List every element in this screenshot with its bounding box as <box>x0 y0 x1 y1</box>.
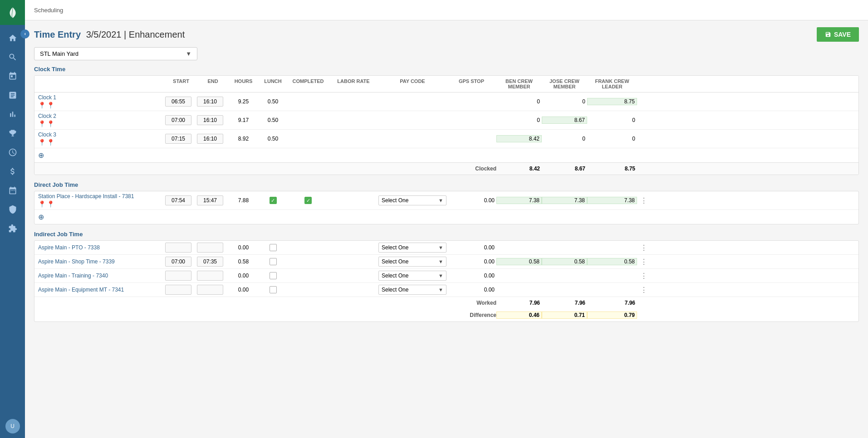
clock-time-header: START END HOURS LUNCH COMPLETED LABOR RA… <box>34 76 858 92</box>
save-button[interactable]: SAVE <box>817 27 859 42</box>
sidebar-item-badge[interactable] <box>0 201 25 218</box>
table-row: Aspire Main - Equipment MT - 7341 0.00 S… <box>34 283 858 297</box>
avatar[interactable]: U <box>5 419 20 433</box>
training-end-cell[interactable] <box>197 271 229 281</box>
shop-pay-code-cell[interactable]: Select One ▼ <box>378 257 446 267</box>
yard-dropdown[interactable]: STL Main Yard ▼ <box>34 47 197 60</box>
shop-end-input[interactable] <box>197 257 223 267</box>
equipment-pay-code-cell[interactable]: Select One ▼ <box>378 285 446 295</box>
clock3-end-input[interactable] <box>197 134 223 144</box>
equipment-end-cell[interactable] <box>197 285 229 295</box>
clock1-start-cell[interactable] <box>165 97 197 107</box>
clock2-cell: Clock 2 📍 📍 <box>38 113 165 127</box>
training-end-input[interactable] <box>197 271 223 281</box>
pto-start-cell[interactable] <box>165 243 197 253</box>
training-start-input[interactable] <box>165 271 191 281</box>
direct1-completed-checkbox[interactable] <box>270 197 277 204</box>
clock2-end-input[interactable] <box>197 115 223 125</box>
equipment-completed-cell[interactable] <box>258 286 288 293</box>
training-completed-cell[interactable] <box>258 272 288 279</box>
pto-end-cell[interactable] <box>197 243 229 253</box>
shop-menu-button[interactable]: ⋮ <box>637 258 651 266</box>
shop-cell: Aspire Main - Shop Time - 7339 <box>38 258 165 265</box>
training-link[interactable]: Aspire Main - Training - 7340 <box>38 273 165 279</box>
equipment-start-input[interactable] <box>165 285 191 295</box>
shop-hours: 0.58 <box>229 258 258 265</box>
chevron-down-icon: ▼ <box>438 287 443 292</box>
equipment-link[interactable]: Aspire Main - Equipment MT - 7341 <box>38 287 165 293</box>
direct1-labor-checkbox[interactable] <box>304 197 312 204</box>
clock2-start-input[interactable] <box>165 115 191 125</box>
shop-start-input[interactable] <box>165 257 191 267</box>
clock3-link[interactable]: Clock 3 <box>38 131 165 138</box>
pto-completed-checkbox[interactable] <box>270 244 277 251</box>
direct1-end-cell[interactable] <box>197 195 229 205</box>
pto-pay-code-dropdown[interactable]: Select One ▼ <box>378 243 446 253</box>
sidebar-toggle[interactable] <box>20 29 29 39</box>
sidebar-item-dollar[interactable] <box>0 163 25 180</box>
col-ben: BEN CREWMEMBER <box>496 78 542 89</box>
clock3-start-cell[interactable] <box>165 134 197 144</box>
direct1-start-input[interactable] <box>165 195 191 205</box>
clock2-end-cell[interactable] <box>197 115 229 125</box>
direct-job1-link[interactable]: Station Place - Hardscape Install - 7381 <box>38 193 165 200</box>
pto-start-input[interactable] <box>165 243 191 253</box>
clock3-start-input[interactable] <box>165 134 191 144</box>
shop-start-cell[interactable] <box>165 257 197 267</box>
shop-completed-cell[interactable] <box>258 258 288 265</box>
shop-end-cell[interactable] <box>197 257 229 267</box>
pto-link[interactable]: Aspire Main - PTO - 7338 <box>38 244 165 251</box>
equipment-completed-checkbox[interactable] <box>270 286 277 293</box>
training-pay-code-cell[interactable]: Select One ▼ <box>378 271 446 281</box>
table-row: Station Place - Hardscape Install - 7381… <box>34 191 858 210</box>
clock3-end-cell[interactable] <box>197 134 229 144</box>
equipment-pay-code-dropdown[interactable]: Select One ▼ <box>378 285 446 295</box>
sidebar-item-time2[interactable] <box>0 182 25 199</box>
col-frank: FRANK CREWLEADER <box>587 78 637 89</box>
direct1-menu-button[interactable]: ⋮ <box>637 196 651 205</box>
training-pay-code-dropdown[interactable]: Select One ▼ <box>378 271 446 281</box>
direct1-end-input[interactable] <box>197 195 223 205</box>
sidebar-item-chart[interactable] <box>0 106 25 123</box>
clock1-end-input[interactable] <box>197 97 223 107</box>
sidebar-item-calendar[interactable] <box>0 68 25 85</box>
add-direct-button[interactable]: ⊕ <box>34 210 858 224</box>
sidebar-item-puzzle[interactable] <box>0 220 25 237</box>
direct1-labor-cell[interactable] <box>288 197 329 204</box>
equipment-end-input[interactable] <box>197 285 223 295</box>
pto-pay-code-cell[interactable]: Select One ▼ <box>378 243 446 253</box>
equipment-menu-button[interactable]: ⋮ <box>637 286 651 294</box>
pto-menu-button[interactable]: ⋮ <box>637 243 651 252</box>
shop-completed-checkbox[interactable] <box>270 258 277 265</box>
sidebar-item-trophy[interactable] <box>0 125 25 142</box>
pto-end-input[interactable] <box>197 243 223 253</box>
shop-link[interactable]: Aspire Main - Shop Time - 7339 <box>38 258 165 265</box>
shop-pay-code-dropdown[interactable]: Select One ▼ <box>378 257 446 267</box>
pin-start-icon: 📍 <box>38 139 46 146</box>
table-row: Clock 1 📍 📍 9.25 0.50 0 0 8.75 <box>34 92 858 111</box>
sidebar-item-clipboard[interactable] <box>0 87 25 104</box>
clock1-link[interactable]: Clock 1 <box>38 94 165 101</box>
col-completed: COMPLETED <box>288 78 329 89</box>
clock1-end-cell[interactable] <box>197 97 229 107</box>
sidebar-item-search[interactable] <box>0 49 25 66</box>
clock2-link[interactable]: Clock 2 <box>38 113 165 119</box>
equipment-start-cell[interactable] <box>165 285 197 295</box>
training-start-cell[interactable] <box>165 271 197 281</box>
page-subtitle: 3/5/2021 | Enhancement <box>86 29 185 39</box>
direct1-pay-code-dropdown[interactable]: Select One ▼ <box>378 195 446 205</box>
direct1-pay-code-cell[interactable]: Select One ▼ <box>378 195 446 205</box>
clock1-start-input[interactable] <box>165 97 191 107</box>
training-menu-button[interactable]: ⋮ <box>637 272 651 280</box>
add-clock-button[interactable]: ⊕ <box>34 148 858 162</box>
direct1-completed-cell[interactable] <box>258 197 288 204</box>
clock1-ben: 0 <box>496 98 542 105</box>
training-completed-checkbox[interactable] <box>270 272 277 279</box>
table-row: Clock 2 📍 📍 9.17 0.50 0 8.67 0 <box>34 111 858 130</box>
pto-gps: 0.00 <box>446 244 496 251</box>
clock2-start-cell[interactable] <box>165 115 197 125</box>
pto-completed-cell[interactable] <box>258 244 288 251</box>
direct1-start-cell[interactable] <box>165 195 197 205</box>
sidebar-item-clock[interactable] <box>0 144 25 161</box>
col-name <box>38 78 165 89</box>
